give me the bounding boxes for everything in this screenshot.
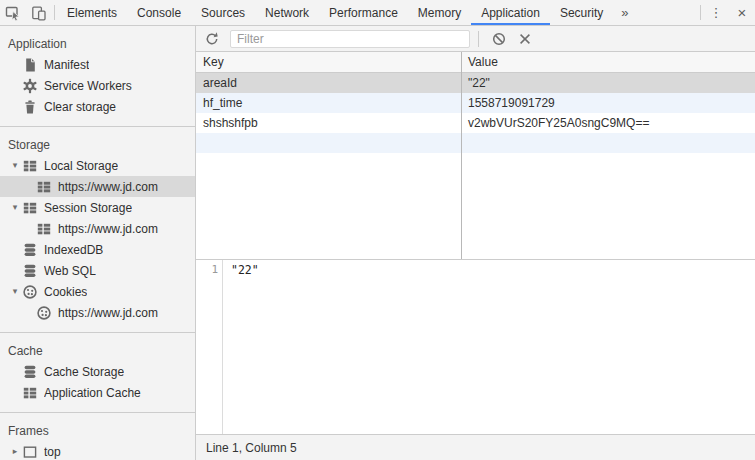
sidebar-item-session-storage[interactable]: ▾ Session Storage [0,197,195,218]
preview-content: "22" [223,260,259,434]
empty-creation-row[interactable] [196,133,755,153]
tab-elements[interactable]: Elements [57,0,127,25]
sidebar-item-label: https://www.jd.com [58,222,158,236]
database-icon [22,263,38,279]
sidebar-item-cache-storage[interactable]: Cache Storage [0,361,195,382]
devtools-window: Elements Console Sources Network Perform… [0,0,755,460]
row-value: 1558719091729 [461,96,755,110]
tab-security[interactable]: Security [550,0,613,25]
tab-memory[interactable]: Memory [408,0,471,25]
cookie-icon [22,284,38,300]
sidebar-item-local-storage[interactable]: ▾ Local Storage [0,155,195,176]
block-icon [491,31,507,47]
section-title-cache: Cache [0,335,195,361]
row-key: shshshfpb [196,116,461,130]
device-toolbar-icon [31,5,47,21]
storage-grid-icon [36,179,52,195]
sidebar-item-label: Service Workers [44,79,132,93]
line-number: 1 [211,263,218,276]
row-value: "22" [461,76,755,90]
sidebar-item-label: Clear storage [44,100,116,114]
row-value: v2wbVUrS20FY25A0sngC9MQ== [461,116,755,130]
toggle-device-toolbar-button[interactable] [26,0,52,25]
inspect-element-button[interactable] [0,0,26,25]
devtools-menu-button[interactable]: ⋮ [703,0,729,25]
tab-network[interactable]: Network [255,0,319,25]
cookie-icon [36,305,52,321]
frame-icon [22,444,38,460]
sidebar-item-application-cache[interactable]: Application Cache [0,382,195,403]
sidebar-item-label: Manifest [44,58,89,72]
value-preview-pane: 1 "22" [196,260,755,434]
storage-grid-icon [22,158,38,174]
delete-selected-button[interactable] [513,28,537,50]
sidebar-item-local-storage-jd[interactable]: https://www.jd.com [0,176,195,197]
sidebar-section-storage: Storage ▾ Local Storage https://www.jd.c… [0,127,195,333]
sidebar-section-application: Application Manifest Service Workers Cle… [0,26,195,127]
sidebar-item-label: Web SQL [44,264,96,278]
section-title-frames: Frames [0,415,195,441]
sidebar-section-frames: Frames ▸ top [0,413,195,460]
gear-icon [22,78,38,94]
panel-body: Application Manifest Service Workers Cle… [0,26,755,460]
tabbar-separator [54,5,55,20]
expand-arrow-icon[interactable]: ▾ [8,197,22,218]
status-bar: Line 1, Column 5 [196,434,755,460]
tabbar-spacer [636,0,698,25]
sidebar-item-cookies-jd[interactable]: https://www.jd.com [0,302,195,323]
sidebar-item-manifest[interactable]: Manifest [0,54,195,75]
sidebar-item-service-workers[interactable]: Service Workers [0,75,195,96]
row-key: hf_time [196,96,461,110]
tab-sources[interactable]: Sources [191,0,255,25]
tabbar-separator-right [700,5,701,20]
table-row[interactable]: shshshfpb v2wbVUrS20FY25A0sngC9MQ== [196,113,755,133]
sidebar-item-indexeddb[interactable]: IndexedDB [0,239,195,260]
grid-empty-area [196,153,755,259]
sidebar-item-clear-storage[interactable]: Clear storage [0,96,195,117]
column-resize-handle[interactable] [461,52,462,259]
sidebar-item-label: https://www.jd.com [58,306,158,320]
column-header-value[interactable]: Value [461,55,755,69]
inspect-cursor-icon [5,5,21,21]
expand-arrow-icon[interactable]: ▾ [8,281,22,302]
line-number-gutter: 1 [196,260,223,434]
table-row[interactable]: areaId "22" [196,73,755,93]
clear-all-button[interactable] [487,28,511,50]
column-header-key[interactable]: Key [196,55,461,69]
table-row[interactable]: hf_time 1558719091729 [196,93,755,113]
storage-grid-icon [22,385,38,401]
tab-application[interactable]: Application [471,0,550,25]
sidebar-item-label: https://www.jd.com [58,180,158,194]
database-icon [22,364,38,380]
close-devtools-button[interactable]: × [729,0,755,25]
sidebar-item-top-frame[interactable]: ▸ top [0,441,195,460]
local-storage-panel: Key Value areaId "22" hf_time 1558719091… [196,26,755,460]
application-sidebar: Application Manifest Service Workers Cle… [0,26,196,460]
refresh-button[interactable] [200,28,224,50]
sidebar-item-web-sql[interactable]: Web SQL [0,260,195,281]
sidebar-item-cookies[interactable]: ▾ Cookies [0,281,195,302]
expand-arrow-icon[interactable]: ▸ [8,441,22,460]
storage-items-grid: Key Value areaId "22" hf_time 1558719091… [196,52,755,260]
grid-header: Key Value [196,52,755,73]
sidebar-item-label: top [44,445,61,459]
section-title-storage: Storage [0,129,195,155]
sidebar-section-cache: Cache Cache Storage Application Cache [0,333,195,413]
filter-input[interactable] [230,30,470,48]
storage-toolbar [196,26,755,52]
cursor-position-text: Line 1, Column 5 [206,441,297,455]
more-tabs-button[interactable]: » [613,0,636,25]
section-title-application: Application [0,28,195,54]
refresh-icon [204,31,220,47]
expand-arrow-icon[interactable]: ▾ [8,155,22,176]
toolbar-separator [478,31,479,47]
devtools-tabbar: Elements Console Sources Network Perform… [0,0,755,26]
sidebar-item-label: Session Storage [44,201,132,215]
tab-performance[interactable]: Performance [319,0,408,25]
storage-grid-icon [36,221,52,237]
tab-console[interactable]: Console [127,0,191,25]
row-key: areaId [196,76,461,90]
database-icon [22,242,38,258]
manifest-file-icon [22,57,38,73]
sidebar-item-session-storage-jd[interactable]: https://www.jd.com [0,218,195,239]
